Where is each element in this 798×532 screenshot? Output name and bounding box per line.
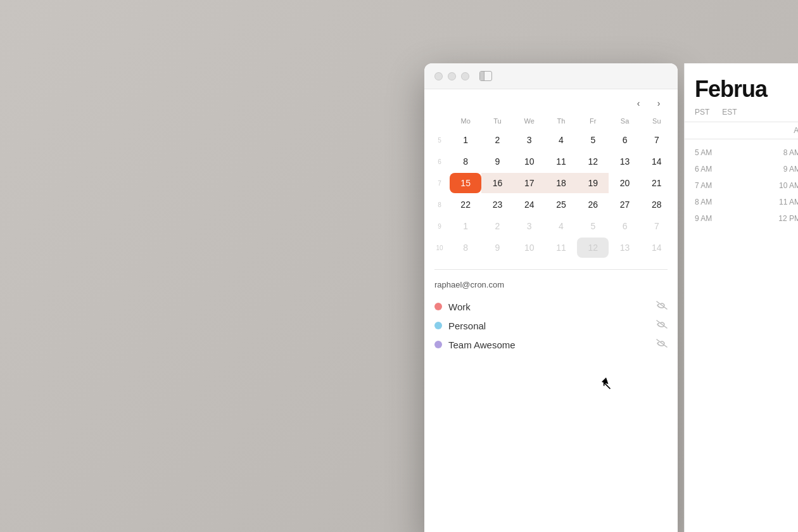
calendar-day-feb17[interactable]: 17 xyxy=(514,173,545,193)
calendar-day-feb15-today[interactable]: 15 xyxy=(450,173,481,193)
calendar-day-mar10[interactable]: 10 xyxy=(514,238,545,258)
time-row-9am: 9 AM 12 PM xyxy=(685,210,798,227)
title-bar xyxy=(424,63,678,89)
team-awesome-calendar-dot xyxy=(434,341,442,348)
calendar-day-feb9[interactable]: 9 xyxy=(481,151,513,172)
calendar-day-feb7[interactable]: 7 xyxy=(641,130,673,150)
time-row-8am: 8 AM 11 AM xyxy=(685,194,798,210)
minimize-button[interactable] xyxy=(448,72,456,80)
week-number-8: 8 xyxy=(429,194,450,215)
calendar-day-feb3[interactable]: 3 xyxy=(514,130,545,150)
timezone-pst: PST xyxy=(695,108,709,117)
calendar-day-feb12[interactable]: 12 xyxy=(577,151,609,172)
calendar-navigation: ‹ › xyxy=(424,89,678,115)
calendar-day-mar12-hovered[interactable]: 12 xyxy=(577,238,609,258)
work-calendar-dot xyxy=(434,303,442,310)
calendar-day-mar1[interactable]: 1 xyxy=(450,216,481,236)
calendar-day-mar14[interactable]: 14 xyxy=(641,238,673,258)
calendar-day-feb11[interactable]: 11 xyxy=(545,151,577,172)
personal-calendar-label: Personal xyxy=(448,320,486,331)
calendar-day-feb1[interactable]: 1 xyxy=(450,130,481,150)
calendar-day-feb14[interactable]: 14 xyxy=(641,151,673,172)
calendar-day-mar13[interactable]: 13 xyxy=(609,238,640,258)
calendar-day-feb24[interactable]: 24 xyxy=(514,194,545,215)
all-day-label: Al xyxy=(794,126,798,135)
calendar-day-mar11[interactable]: 11 xyxy=(545,238,577,258)
calendar-day-feb6[interactable]: 6 xyxy=(609,130,640,150)
calendar-day-feb23[interactable]: 23 xyxy=(481,194,513,215)
maximize-button[interactable] xyxy=(461,72,469,80)
calendar-day-feb21[interactable]: 21 xyxy=(641,173,673,193)
calendar-day-mar3[interactable]: 3 xyxy=(514,216,545,236)
calendar-day-mar8[interactable]: 8 xyxy=(450,238,481,258)
calendar-grid: Mo Tu We Th Fr Sa Su 5 1 2 3 4 5 6 7 xyxy=(424,115,678,269)
week-num-header xyxy=(429,115,450,127)
time-est-9am: 9 AM xyxy=(783,165,798,174)
time-pst-6am: 6 AM xyxy=(695,165,712,174)
calendar-day-feb25[interactable]: 25 xyxy=(545,194,577,215)
calendar-day-feb28[interactable]: 28 xyxy=(641,194,673,215)
calendar-day-mar4[interactable]: 4 xyxy=(545,216,577,236)
prev-month-button[interactable]: ‹ xyxy=(630,94,647,112)
calendar-day-feb10[interactable]: 10 xyxy=(514,151,545,172)
background xyxy=(0,0,798,532)
calendar-week-8: 8 22 23 24 25 26 27 28 xyxy=(429,194,673,215)
sidebar-toggle-button[interactable] xyxy=(479,71,492,81)
personal-calendar-dot xyxy=(434,322,442,329)
calendar-day-mar5[interactable]: 5 xyxy=(577,216,609,236)
calendar-day-feb18[interactable]: 18 xyxy=(545,173,577,193)
calendar-day-mar2[interactable]: 2 xyxy=(481,216,513,236)
time-row-7am: 7 AM 10 AM xyxy=(685,177,798,194)
time-pst-9am: 9 AM xyxy=(695,214,712,223)
calendar-day-feb19[interactable]: 19 xyxy=(577,173,609,193)
all-day-row: Al xyxy=(685,122,798,139)
calendar-week-7: 7 15 16 17 18 19 20 21 xyxy=(429,173,673,193)
day-header-we: We xyxy=(514,115,545,127)
day-header-th: Th xyxy=(545,115,577,127)
personal-visibility-icon[interactable] xyxy=(656,320,668,331)
calendar-list: raphael@cron.com Work Personal xyxy=(424,270,678,364)
calendar-item-team-awesome[interactable]: Team Awesome xyxy=(434,335,668,354)
close-button[interactable] xyxy=(434,72,443,80)
calendar-week-6: 6 8 9 10 11 12 13 14 xyxy=(429,151,673,172)
calendar-day-feb2[interactable]: 2 xyxy=(481,130,513,150)
time-pst-5am: 5 AM xyxy=(695,148,712,157)
calendar-day-mar7[interactable]: 7 xyxy=(641,216,673,236)
month-title: Februa xyxy=(685,63,798,103)
calendar-week-9: 9 1 2 3 4 5 6 7 xyxy=(429,216,673,236)
calendar-week-10: 10 8 9 10 11 12 13 14 xyxy=(429,238,673,258)
work-visibility-icon[interactable] xyxy=(656,301,668,312)
day-header-sa: Sa xyxy=(609,115,640,127)
day-header-tu: Tu xyxy=(481,115,513,127)
time-est-11am: 11 AM xyxy=(779,198,798,206)
calendar-day-mar6[interactable]: 6 xyxy=(609,216,640,236)
calendar-day-headers: Mo Tu We Th Fr Sa Su xyxy=(429,115,673,127)
calendar-item-work[interactable]: Work xyxy=(434,297,668,316)
calendar-day-feb27[interactable]: 27 xyxy=(609,194,640,215)
calendar-week-5: 5 1 2 3 4 5 6 7 xyxy=(429,130,673,150)
day-header-mo: Mo xyxy=(450,115,481,127)
right-panel: Februa PST EST Al 5 AM 8 AM 6 AM 9 AM 7 … xyxy=(684,63,798,532)
calendar-day-feb22[interactable]: 22 xyxy=(450,194,481,215)
calendar-day-mar9[interactable]: 9 xyxy=(481,238,513,258)
calendar-day-feb16[interactable]: 16 xyxy=(481,173,513,193)
calendar-day-feb8[interactable]: 8 xyxy=(450,151,481,172)
time-pst-8am: 8 AM xyxy=(695,198,712,206)
calendar-day-feb5[interactable]: 5 xyxy=(577,130,609,150)
week-number-7: 7 xyxy=(429,173,450,193)
calendar-day-feb13[interactable]: 13 xyxy=(609,151,640,172)
week-number-5: 5 xyxy=(429,130,450,150)
time-row-5am: 5 AM 8 AM xyxy=(685,144,798,161)
team-awesome-calendar-label: Team Awesome xyxy=(448,339,516,350)
week-number-10: 10 xyxy=(429,238,450,258)
time-grid: 5 AM 8 AM 6 AM 9 AM 7 AM 10 AM 8 AM 11 A… xyxy=(685,139,798,232)
next-month-button[interactable]: › xyxy=(650,94,668,112)
calendar-item-personal[interactable]: Personal xyxy=(434,316,668,335)
team-awesome-visibility-icon[interactable] xyxy=(656,339,668,350)
calendar-day-feb4[interactable]: 4 xyxy=(545,130,577,150)
time-est-10am: 10 AM xyxy=(779,181,798,190)
account-email: raphael@cron.com xyxy=(434,280,668,289)
day-header-fr: Fr xyxy=(577,115,609,127)
calendar-day-feb26[interactable]: 26 xyxy=(577,194,609,215)
calendar-day-feb20[interactable]: 20 xyxy=(609,173,640,193)
